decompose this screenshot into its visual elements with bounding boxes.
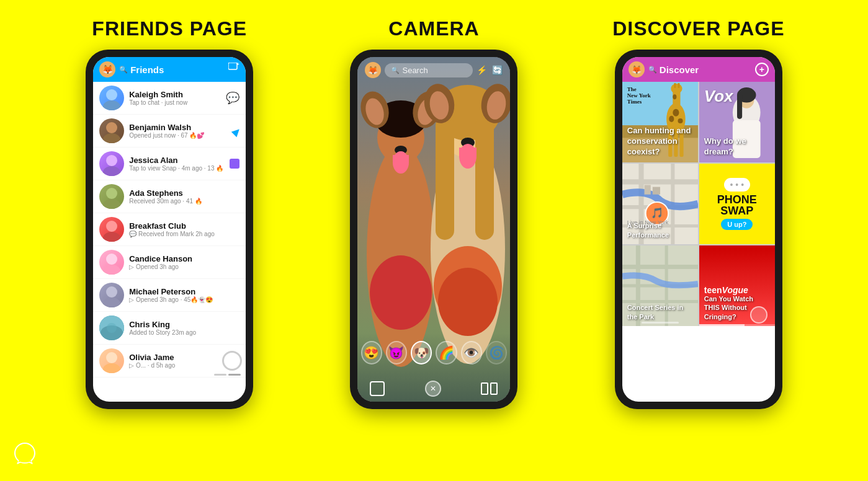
- friend-name: Ada Stephens: [129, 188, 239, 198]
- svg-point-13: [103, 265, 120, 275]
- camera-view: 🦊 🔍 Search ⚡ 🔄 😍 😈 🐶 🌈: [357, 57, 510, 402]
- nyt-headline: Can hunting and conservation coexist?: [627, 126, 693, 157]
- discover-phone: 🦊 🔍 Discover +: [615, 50, 782, 409]
- friends-header: 🦊 🔍 Friends +: [93, 57, 246, 82]
- svg-point-3: [103, 100, 120, 110]
- friend-info: Candice Hanson ▷ Opened 3h ago: [129, 254, 239, 270]
- svg-point-2: [106, 89, 117, 100]
- avatar: [99, 118, 124, 143]
- svg-rect-36: [475, 116, 494, 240]
- memories-button[interactable]: [370, 381, 385, 396]
- svg-point-54: [669, 116, 674, 122]
- discover-add-button[interactable]: +: [755, 63, 769, 76]
- filter-option-active[interactable]: 🐶: [411, 341, 432, 364]
- teenvogue-logo: teenVogue: [704, 285, 770, 295]
- discover-card-teenvogue[interactable]: teenVogue Can You Watch THIS Without Cri…: [699, 245, 775, 326]
- svg-point-11: [103, 232, 120, 242]
- filter-option[interactable]: 😈: [386, 341, 407, 364]
- list-item[interactable]: Chris King Added to Story 23m ago: [93, 312, 246, 345]
- phoneswap-title: PHONE SWAP: [699, 194, 775, 216]
- sent-arrow-icon: ▶: [229, 124, 243, 138]
- camera-screen: 🦊 🔍 Search ⚡ 🔄 😍 😈 🐶 🌈: [357, 57, 510, 402]
- filter-option[interactable]: 🌈: [436, 341, 457, 364]
- svg-point-19: [106, 352, 117, 363]
- svg-point-44: [370, 255, 432, 330]
- concert-headline: Concert Series in the Park: [627, 303, 693, 321]
- discover-page-title: DISCOVER PAGE: [566, 17, 831, 40]
- avatar: [99, 316, 124, 340]
- friends-search-bar[interactable]: 🔍 Friends: [119, 64, 225, 75]
- svg-rect-43: [459, 148, 477, 156]
- camera-icons: ⚡ 🔄: [477, 65, 503, 75]
- svg-rect-74: [644, 185, 650, 195]
- svg-point-18: [107, 323, 117, 333]
- snapchat-logo: [12, 441, 37, 469]
- discover-search[interactable]: 🔍 Discover: [648, 64, 751, 75]
- flip-camera-icon[interactable]: 🔄: [492, 65, 503, 75]
- friend-status: Opened just now · 67 🔥💕: [129, 132, 227, 139]
- discover-user-avatar[interactable]: 🦊: [629, 61, 645, 77]
- filter-option[interactable]: 👁️: [461, 341, 482, 364]
- svg-point-8: [106, 188, 117, 199]
- avatar: [99, 283, 124, 307]
- list-item[interactable]: Michael Peterson ▷ Opened 3h ago · 45🔥👻😍: [93, 279, 246, 312]
- friend-info: Ada Stephens Received 30m ago · 41 🔥: [129, 188, 239, 205]
- svg-rect-31: [393, 155, 409, 162]
- scroll-indicator: [642, 322, 679, 324]
- friend-info: Michael Peterson ▷ Opened 3h ago · 45🔥👻😍: [129, 287, 239, 303]
- svg-rect-58: [678, 83, 679, 88]
- discover-card-phoneswap[interactable]: • • • PHONE SWAP U up?: [699, 164, 775, 244]
- svg-point-55: [678, 118, 682, 123]
- friend-name: Benjamin Walsh: [129, 123, 227, 132]
- friend-status: 💬 Received from Mark 2h ago: [129, 231, 239, 237]
- dual-camera-button[interactable]: [481, 382, 498, 395]
- user-avatar[interactable]: 🦊: [99, 61, 115, 77]
- friend-status: Tap to chat · just now: [129, 99, 221, 106]
- svg-text:🎵: 🎵: [651, 206, 664, 219]
- list-item[interactable]: Benjamin Walsh Opened just now · 67 🔥💕 ▶: [93, 115, 246, 148]
- friend-info: Kaleigh Smith Tap to chat · just now: [129, 90, 221, 106]
- svg-point-12: [106, 254, 117, 265]
- snap-received-icon: [230, 159, 239, 169]
- friend-info: Jessica Alan Tap to view Snap · 4m ago ·…: [129, 156, 225, 172]
- svg-text:+: +: [236, 63, 239, 67]
- discover-card-concert[interactable]: Concert Series in the Park: [622, 245, 698, 326]
- close-filter-button[interactable]: ✕: [425, 381, 441, 397]
- friends-header-title: Friends: [130, 64, 164, 75]
- friend-status: ▷ Opened 3h ago: [129, 263, 239, 270]
- camera-user-avatar[interactable]: 🦊: [365, 62, 381, 78]
- svg-point-10: [106, 221, 117, 232]
- list-item[interactable]: Ada Stephens Received 30m ago · 41 🔥: [93, 180, 246, 213]
- teenvogue-indicator: [750, 306, 767, 324]
- svg-point-15: [103, 298, 120, 307]
- friend-status: Added to Story 23m ago: [129, 329, 239, 336]
- svg-point-5: [103, 133, 120, 143]
- add-friend-icon[interactable]: +: [228, 63, 239, 76]
- discover-header: 🦊 🔍 Discover +: [622, 57, 775, 82]
- camera-title: CAMERA: [302, 17, 566, 40]
- svg-rect-67: [737, 94, 742, 119]
- camera-phone: 🦊 🔍 Search ⚡ 🔄 😍 😈 🐶 🌈: [350, 50, 517, 409]
- list-item[interactable]: Olivia Jame ▷ O... · d 5h ago: [93, 345, 246, 377]
- svg-rect-57: [674, 83, 676, 88]
- list-item[interactable]: Kaleigh Smith Tap to chat · just now 💬: [93, 82, 246, 115]
- svg-point-20: [103, 363, 120, 373]
- filter-option[interactable]: 😍: [361, 341, 382, 364]
- filter-option[interactable]: 🌀: [486, 341, 507, 364]
- list-item[interactable]: Jessica Alan Tap to view Snap · 4m ago ·…: [93, 148, 246, 180]
- list-item[interactable]: Candice Hanson ▷ Opened 3h ago: [93, 246, 246, 279]
- avatar: [99, 184, 124, 209]
- friends-phone: 🦊 🔍 Friends +: [86, 50, 253, 409]
- svg-point-9: [103, 199, 120, 209]
- svg-point-53: [673, 109, 679, 117]
- discover-card-nyt[interactable]: TheNew YorkTimes Can hunting and conserv…: [622, 82, 698, 162]
- discover-card-vox[interactable]: Vox Why do we dream?: [699, 82, 775, 162]
- camera-search-bar[interactable]: 🔍 Search: [385, 63, 473, 77]
- discover-screen: 🦊 🔍 Discover +: [622, 57, 775, 402]
- discover-card-map[interactable]: 🎵 Live in New York A Surprise Performanc…: [622, 164, 698, 244]
- camera-search-text: Search: [402, 66, 427, 75]
- list-item[interactable]: Breakfast Club 💬 Received from Mark 2h a…: [93, 213, 246, 246]
- friends-page-title: FRIENDS PAGE: [37, 17, 302, 40]
- phoneswap-content: • • • PHONE SWAP U up?: [699, 164, 775, 244]
- flash-icon[interactable]: ⚡: [477, 65, 487, 75]
